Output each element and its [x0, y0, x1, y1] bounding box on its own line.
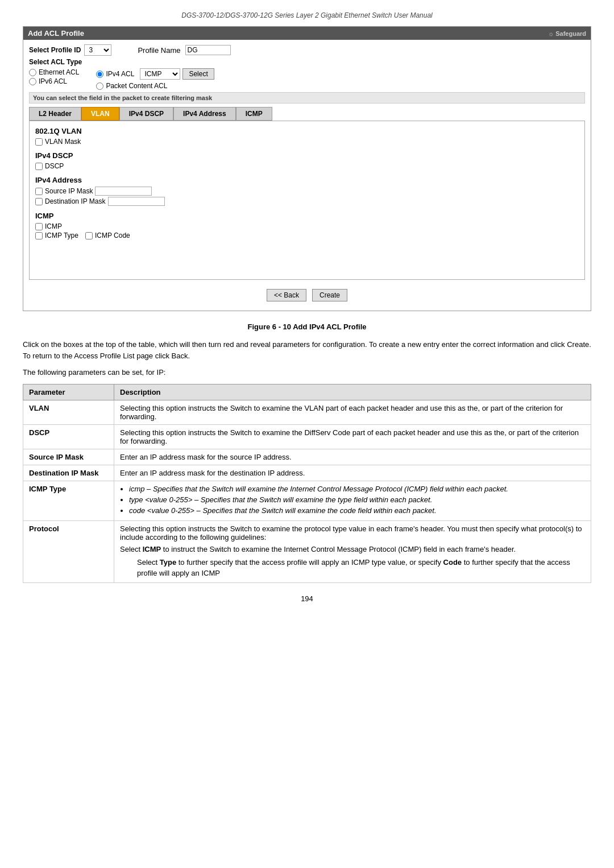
brand-label: ☼ Safeguard: [548, 30, 586, 37]
panel-body: Select Profile ID 3 Profile Name Select …: [23, 40, 591, 311]
tab-icmp[interactable]: ICMP: [236, 107, 272, 121]
panel-title: Add ACL Profile: [28, 29, 84, 38]
icmp-label: ICMP: [45, 222, 62, 230]
icmp-checkbox[interactable]: [35, 223, 43, 230]
tab-vlan[interactable]: VLAN: [81, 107, 119, 121]
dest-ip-mask-checkbox[interactable]: [35, 198, 43, 205]
panel-title-bar: Add ACL Profile ☼ Safeguard: [23, 27, 591, 40]
col-header-description: Description: [114, 384, 591, 400]
page-header: DGS-3700-12/DGS-3700-12G Series Layer 2 …: [23, 11, 591, 19]
content-area: 802.1Q VLAN VLAN Mask IPv4 DSCP DSCP IPv…: [29, 121, 585, 280]
protocol-para2: Select ICMP to instruct the Switch to ex…: [120, 545, 585, 553]
desc-protocol: Selecting this option instructs the Swit…: [114, 520, 591, 582]
table-row: Protocol Selecting this option instructs…: [23, 520, 591, 582]
vlan-section-title: 802.1Q VLAN: [35, 127, 579, 135]
dscp-label: DSCP: [45, 162, 64, 170]
source-ip-mask-label: Source IP Mask: [45, 187, 93, 195]
vlan-mask-checkbox[interactable]: [35, 138, 43, 146]
vlan-mask-row: VLAN Mask: [35, 138, 579, 146]
icmp-section-title: ICMP: [35, 212, 579, 220]
param-source-ip: Source IP Mask: [23, 449, 114, 465]
table-row: ICMP Type icmp – Specifies that the Swit…: [23, 481, 591, 520]
icmp-type-label: ICMP Type: [45, 232, 78, 239]
packet-content-acl-radio[interactable]: [96, 82, 103, 90]
source-ip-mask-checkbox[interactable]: [35, 188, 43, 195]
dest-ip-mask-label: Destination IP Mask: [45, 197, 106, 205]
dscp-section-title: IPv4 DSCP: [35, 151, 579, 160]
param-vlan: VLAN: [23, 400, 114, 424]
back-button[interactable]: << Back: [267, 289, 306, 301]
dscp-checkbox[interactable]: [35, 163, 43, 170]
table-row: DSCP Selecting this option instructs the…: [23, 424, 591, 449]
vlan-mask-label: VLAN Mask: [45, 138, 81, 146]
protocol-para1: Selecting this option instructs the Swit…: [120, 524, 585, 542]
param-dscp: DSCP: [23, 424, 114, 449]
param-protocol: Protocol: [23, 520, 114, 582]
select-button[interactable]: Select: [182, 68, 214, 80]
icmp-list-item-1: icmp – Specifies that the Switch will ex…: [129, 485, 585, 493]
acl-type-row: Select ACL Type: [29, 58, 585, 66]
col-header-parameter: Parameter: [23, 384, 114, 400]
profile-name-section: Profile Name: [138, 45, 230, 55]
body-text-1: Click on the boxes at the top of the tab…: [23, 339, 591, 361]
tabs-container: L2 Header VLAN IPv4 DSCP IPv4 Address IC…: [29, 107, 585, 121]
table-row: Source IP Mask Enter an IP address mask …: [23, 449, 591, 465]
icmp-type-row: ICMP Type ICMP Code: [35, 232, 579, 239]
acl-type-radio-group: Ethernet ACL IPv6 ACL: [29, 68, 79, 90]
icmp-type-checkbox[interactable]: [35, 232, 43, 239]
ipv4-acl-row: IPv4 ACL ICMP Select: [96, 68, 214, 80]
create-button[interactable]: Create: [312, 289, 347, 301]
acl-type-label: Select ACL Type: [29, 58, 82, 66]
packet-content-acl-row: Packet Content ACL: [96, 82, 214, 90]
ipv4-acl-radio[interactable]: [96, 71, 103, 78]
profile-name-label: Profile Name: [138, 46, 180, 55]
source-ip-mask-input[interactable]: [95, 187, 152, 196]
ipv6-acl-radio-item: IPv6 ACL: [29, 77, 79, 85]
desc-vlan: Selecting this option instructs the Swit…: [114, 400, 591, 424]
profile-id-row: Select Profile ID 3 Profile Name: [29, 44, 585, 56]
ipv4-acl-label: IPv4 ACL: [106, 70, 134, 78]
packet-content-acl-label: Packet Content ACL: [106, 82, 167, 90]
icmp-row: ICMP: [35, 222, 579, 230]
dest-ip-mask-input[interactable]: [108, 197, 165, 206]
desc-dscp: Selecting this option instructs the Swit…: [114, 424, 591, 449]
tab-l2header[interactable]: L2 Header: [29, 107, 81, 121]
tab-ipv4address[interactable]: IPv4 Address: [173, 107, 236, 121]
parameter-table: Parameter Description VLAN Selecting thi…: [23, 384, 591, 583]
bottom-buttons: << Back Create: [29, 289, 585, 306]
source-ip-mask-row: Source IP Mask: [35, 187, 579, 196]
figure-caption: Figure 6 - 10 Add IPv4 ACL Profile: [23, 323, 591, 331]
icmp-list-item-2: type <value 0-255> – Specifies that the …: [129, 495, 585, 504]
acl-panel: Add ACL Profile ☼ Safeguard Select Profi…: [23, 26, 591, 311]
protocol-para3: Select Type to further specify that the …: [137, 557, 585, 579]
ipv6-acl-label: IPv6 ACL: [39, 77, 67, 85]
body-text-2: The following parameters can be set, for…: [23, 367, 591, 378]
ethernet-acl-radio-item: Ethernet ACL: [29, 68, 79, 76]
profile-id-select[interactable]: 3: [84, 44, 111, 56]
param-icmp-type: ICMP Type: [23, 481, 114, 520]
hint-text: You can select the field in the packet t…: [29, 92, 585, 104]
icmp-code-checkbox[interactable]: [85, 232, 93, 239]
tab-ipv4dscp[interactable]: IPv4 DSCP: [119, 107, 173, 121]
profile-name-input[interactable]: [185, 45, 231, 55]
dscp-row: DSCP: [35, 162, 579, 170]
desc-dest-ip: Enter an IP address mask for the destina…: [114, 465, 591, 481]
param-dest-ip: Destination IP Mask: [23, 465, 114, 481]
table-row: VLAN Selecting this option instructs the…: [23, 400, 591, 424]
ipv6-acl-radio[interactable]: [29, 78, 36, 85]
desc-icmp-type: icmp – Specifies that the Switch will ex…: [114, 481, 591, 520]
page-number: 194: [23, 594, 591, 603]
profile-id-label: Select Profile ID: [29, 46, 81, 54]
table-row: Destination IP Mask Enter an IP address …: [23, 465, 591, 481]
icmp-code-label: ICMP Code: [95, 232, 130, 239]
desc-source-ip: Enter an IP address mask for the source …: [114, 449, 591, 465]
dest-ip-mask-row: Destination IP Mask: [35, 197, 579, 206]
ipv4-acl-dropdown[interactable]: ICMP: [140, 68, 180, 80]
ethernet-acl-radio[interactable]: [29, 69, 36, 76]
ipv4address-section-title: IPv4 Address: [35, 176, 579, 184]
icmp-list-item-3: code <value 0-255> – Specifies that the …: [129, 506, 585, 515]
ethernet-acl-label: Ethernet ACL: [39, 68, 79, 76]
